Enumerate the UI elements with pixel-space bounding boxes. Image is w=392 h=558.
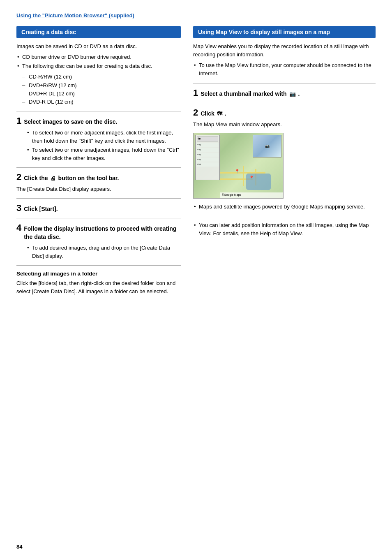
camera-icon: 📷 bbox=[289, 90, 296, 98]
right-column: Using Map View to display still images o… bbox=[193, 26, 376, 298]
map-photo-thumbnail: 📷 bbox=[253, 135, 281, 157]
right-step-1-number: 1 bbox=[193, 88, 198, 97]
map-pin: 📍 bbox=[235, 169, 240, 174]
divider bbox=[193, 103, 376, 103]
step-2-heading: 2 Click the 🖨 button on the tool bar. bbox=[16, 173, 181, 183]
list-item: To select two or more adjacent images, c… bbox=[26, 129, 181, 145]
sub-section-text: Click the [folders] tab, then right-clic… bbox=[16, 279, 181, 296]
divider bbox=[16, 167, 181, 168]
divider bbox=[193, 83, 376, 83]
divider bbox=[16, 265, 181, 266]
map-screenshot: 🗺 img img img img img 📷 bbox=[193, 133, 284, 199]
disc-types-list: CD-R/RW (12 cm) DVD±R/RW (12 cm) DVD+R D… bbox=[16, 73, 181, 106]
step-4-number: 4 bbox=[16, 223, 21, 232]
left-column: Creating a data disc Images can be saved… bbox=[16, 26, 181, 298]
map-background: 🗺 img img img img img 📷 bbox=[194, 133, 283, 198]
map-road bbox=[243, 166, 244, 186]
map-pin: 📍 bbox=[249, 176, 254, 180]
step-3-text: Click [Start]. bbox=[24, 205, 58, 213]
page: Using the "Picture Motion Browser" (supp… bbox=[0, 0, 392, 558]
right-section-title: Using Map View to display still images o… bbox=[193, 26, 376, 38]
right-bullets: To use the Map View function, your compu… bbox=[193, 61, 376, 78]
step-2-desc: The [Create Data Disc] display appears. bbox=[16, 185, 181, 193]
disc-icon: 🖨 bbox=[51, 175, 56, 182]
divider bbox=[16, 198, 181, 199]
step-4-text: Follow the display instructions to proce… bbox=[24, 225, 181, 241]
list-item: DVD-R DL (12 cm) bbox=[21, 98, 181, 106]
map-panel: 🗺 img img img img img bbox=[195, 135, 220, 180]
step-3-heading: 3 Click [Start]. bbox=[16, 204, 181, 213]
right-step-1-heading: 1 Select a thumbnail marked with 📷 . bbox=[193, 88, 376, 98]
step-2-prefix: Click the bbox=[24, 174, 48, 183]
two-column-layout: Creating a data disc Images can be saved… bbox=[16, 26, 376, 298]
list-item: To add desired images, drag and drop on … bbox=[26, 244, 181, 260]
page-header: Using the "Picture Motion Browser" (supp… bbox=[16, 12, 376, 19]
right-step-2-heading: 2 Click 🗺 . bbox=[193, 108, 376, 118]
step-1-text: Select images to save on the disc. bbox=[24, 118, 117, 126]
left-bullets: CD burner drive or DVD burner drive requ… bbox=[16, 53, 181, 70]
step-4-heading: 4 Follow the display instructions to pro… bbox=[16, 223, 181, 241]
list-item: To select two or more unadjacent images,… bbox=[26, 146, 181, 162]
divider bbox=[16, 218, 181, 218]
step-1-number: 1 bbox=[16, 116, 21, 125]
right-step-1-suffix: . bbox=[298, 90, 300, 98]
left-intro-text: Images can be saved in CD or DVD as a da… bbox=[16, 42, 181, 51]
step-1-heading: 1 Select images to save on the disc. bbox=[16, 116, 181, 126]
step-2-number: 2 bbox=[16, 173, 21, 182]
step-3-number: 3 bbox=[16, 204, 21, 213]
right-step-2-desc: The Map View main window appears. bbox=[193, 120, 376, 129]
list-item: Maps and satellite images powered by Goo… bbox=[193, 203, 376, 211]
map-bottom-bar: ©Google Maps bbox=[220, 192, 283, 198]
right-step-1-prefix: Select a thumbnail marked with bbox=[201, 90, 286, 98]
list-item: DVD±R/RW (12 cm) bbox=[21, 81, 181, 90]
page-number: 84 bbox=[16, 544, 22, 550]
list-item: To use the Map View function, your compu… bbox=[193, 61, 376, 78]
list-item: You can later add position information o… bbox=[193, 221, 376, 238]
map-icon: 🗺 bbox=[217, 110, 222, 118]
right-step-2-prefix: Click bbox=[201, 110, 214, 118]
step-2-suffix: button on the tool bar. bbox=[58, 174, 119, 183]
list-item: CD-R/RW (12 cm) bbox=[21, 73, 181, 81]
list-item: CD burner drive or DVD burner drive requ… bbox=[16, 53, 181, 61]
right-step-2-suffix: . bbox=[225, 110, 226, 118]
step-4-bullets: To add desired images, drag and drop on … bbox=[16, 244, 181, 260]
divider bbox=[193, 216, 376, 216]
right-step-2-number: 2 bbox=[193, 108, 198, 117]
right-footer-bullets: You can later add position information o… bbox=[193, 221, 376, 238]
right-intro-text: Map View enables you to display the reco… bbox=[193, 42, 376, 59]
left-section-title: Creating a data disc bbox=[16, 26, 181, 38]
step-1-bullets: To select two or more adjacent images, c… bbox=[16, 129, 181, 163]
divider bbox=[16, 111, 181, 111]
list-item: DVD+R DL (12 cm) bbox=[21, 90, 181, 98]
map-caption-bullet: Maps and satellite images powered by Goo… bbox=[193, 203, 376, 211]
sub-section-title: Selecting all images in a folder bbox=[16, 271, 181, 277]
list-item: The following disc can be used for creat… bbox=[16, 62, 181, 70]
